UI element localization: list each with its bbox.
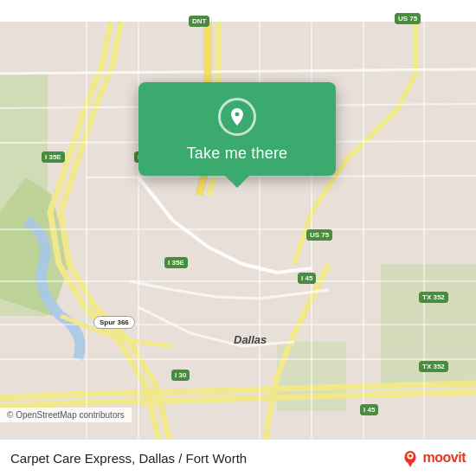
map-background (0, 0, 476, 476)
map-container: DNT US 75 DNT DN US 75 I 35E I 35E I 45 … (0, 0, 476, 476)
road-badge-i35e-low: I 35E (164, 257, 188, 268)
bottom-bar: Carpet Care Express, Dallas / Fort Worth… (0, 439, 476, 476)
location-text: Carpet Care Express, Dallas / Fort Worth (10, 451, 247, 466)
popup-card[interactable]: Take me there (138, 82, 336, 176)
popup-label: Take me there (187, 145, 288, 164)
svg-point-21 (408, 454, 412, 458)
road-badge-tx352: TX 352 (419, 292, 448, 303)
road-badge-i45: I 45 (298, 273, 316, 284)
location-pin-icon (218, 98, 256, 136)
road-badge-i30: I 30 (171, 370, 190, 381)
moovit-pin-icon (401, 448, 420, 467)
location-bar: Carpet Care Express, Dallas / Fort Worth… (0, 439, 476, 476)
moovit-logo: moovit (401, 448, 466, 467)
osm-attribution: © OpenStreetMap contributors (0, 406, 132, 422)
road-badge-i35e-left: I 35E (42, 151, 65, 163)
road-badge-spur366: Spur 366 (93, 316, 135, 329)
moovit-text: moovit (423, 450, 466, 466)
road-badge-us75-top: US 75 (395, 13, 421, 24)
road-badge-i45-low: I 45 (360, 404, 378, 415)
road-badge-us75-mid: US 75 (306, 229, 332, 241)
dallas-city-label: Dallas (234, 333, 267, 346)
road-badge-tx352-low: TX 352 (419, 361, 448, 372)
road-badge-dnt-top: DNT (189, 16, 209, 27)
